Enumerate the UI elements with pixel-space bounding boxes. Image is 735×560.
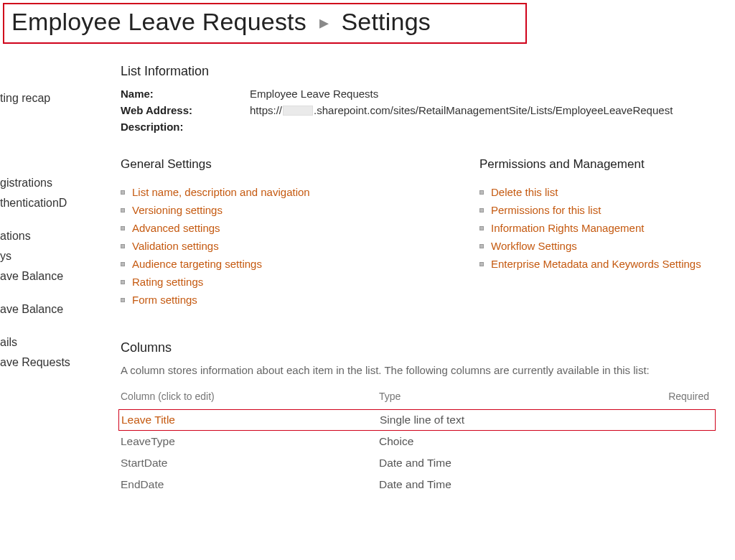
- bullet-icon: [121, 190, 125, 195]
- general-settings-link[interactable]: List name, description and navigation: [132, 186, 310, 198]
- general-settings-link[interactable]: Validation settings: [132, 240, 219, 252]
- bullet-icon: [121, 280, 125, 284]
- bullet-icon: [479, 262, 484, 266]
- redacted-host: [283, 106, 313, 116]
- bullet-icon: [121, 298, 125, 302]
- table-row: EndDateDate and Time: [121, 474, 713, 495]
- column-type: Date and Time: [379, 457, 637, 470]
- column-type: Date and Time: [379, 478, 637, 491]
- name-label: Name:: [121, 88, 250, 100]
- permissions-link[interactable]: Enterprise Metadata and Keywords Setting…: [491, 258, 701, 270]
- sidebar-item[interactable]: ave Balance: [0, 299, 115, 319]
- general-settings-link[interactable]: Versioning settings: [132, 204, 223, 216]
- sidebar-item[interactable]: ails: [0, 332, 115, 353]
- column-header-type: Type: [379, 391, 637, 402]
- column-name-link[interactable]: EndDate: [121, 478, 164, 490]
- bullet-icon: [479, 208, 484, 213]
- column-header-required: Required: [637, 391, 709, 402]
- name-value: Employee Leave Requests: [250, 88, 378, 100]
- column-name-link[interactable]: StartDate: [121, 457, 167, 469]
- breadcrumb-page: Settings: [341, 8, 430, 35]
- column-required: [637, 457, 709, 470]
- general-settings-heading: General Settings: [121, 157, 458, 172]
- columns-description: A column stores information about each i…: [121, 364, 735, 376]
- bullet-icon: [121, 208, 125, 213]
- bullet-icon: [121, 262, 125, 266]
- sidebar-item[interactable]: ave Balance: [0, 266, 115, 286]
- column-required: [638, 414, 710, 426]
- column-type: Single line of text: [380, 414, 638, 426]
- bullet-icon: [121, 244, 125, 248]
- column-header-name: Column (click to edit): [121, 391, 379, 402]
- list-information-heading: List Information: [121, 64, 735, 79]
- table-row: StartDateDate and Time: [121, 452, 713, 474]
- permissions-link[interactable]: Permissions for this list: [491, 204, 601, 216]
- bullet-icon: [479, 244, 484, 248]
- column-name-link[interactable]: Leave Title: [121, 414, 175, 426]
- bullet-icon: [479, 190, 484, 195]
- table-row: Leave TitleSingle line of text: [118, 409, 716, 431]
- sidebar-item[interactable]: ave Requests: [0, 353, 115, 373]
- column-required: [637, 478, 709, 491]
- permissions-link[interactable]: Information Rights Management: [491, 222, 644, 234]
- bullet-icon: [479, 226, 484, 230]
- column-required: [637, 435, 709, 448]
- sidebar-item[interactable]: ys: [0, 246, 115, 266]
- bullet-icon: [121, 226, 125, 230]
- sidebar-item[interactable]: gistrations: [0, 173, 115, 193]
- general-settings-link[interactable]: Advanced settings: [132, 222, 220, 234]
- breadcrumb-list[interactable]: Employee Leave Requests: [11, 8, 306, 35]
- chevron-right-icon: ▸: [319, 11, 329, 33]
- description-label: Description:: [121, 121, 250, 133]
- web-address-label: Web Address:: [121, 104, 250, 116]
- left-nav: ting recapgistrationsthenticationDations…: [0, 64, 115, 495]
- breadcrumb: Employee Leave Requests ▸ Settings: [3, 3, 527, 44]
- column-name-link[interactable]: LeaveType: [121, 435, 175, 447]
- columns-heading: Columns: [121, 340, 735, 355]
- web-address-value[interactable]: https://.sharepoint.com/sites/RetailMana…: [250, 104, 673, 116]
- table-row: LeaveTypeChoice: [121, 431, 713, 452]
- general-settings-link[interactable]: Form settings: [132, 294, 197, 306]
- permissions-link[interactable]: Workflow Settings: [491, 240, 577, 252]
- sidebar-item[interactable]: thenticationD: [0, 193, 115, 213]
- permissions-link[interactable]: Delete this list: [491, 186, 558, 198]
- sidebar-item[interactable]: ting recap: [0, 88, 115, 108]
- permissions-heading: Permissions and Management: [479, 157, 735, 172]
- general-settings-link[interactable]: Audience targeting settings: [132, 258, 262, 270]
- sidebar-item[interactable]: ations: [0, 226, 115, 246]
- general-settings-link[interactable]: Rating settings: [132, 276, 203, 288]
- column-type: Choice: [379, 435, 637, 448]
